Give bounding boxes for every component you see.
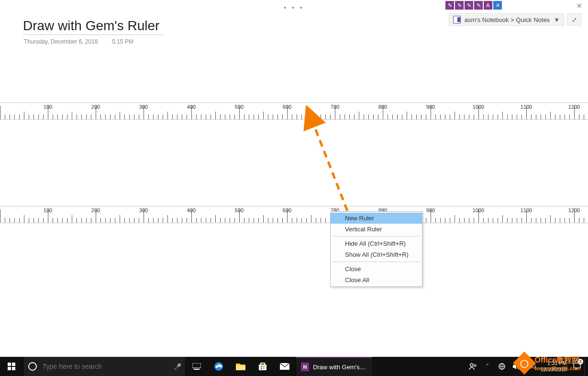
ruler-label: 500 <box>235 104 244 110</box>
drag-handle-dots[interactable]: • • • <box>284 4 304 11</box>
page-date: Thursday, December 6, 2018 <box>24 38 98 45</box>
menu-separator <box>333 262 420 262</box>
quick-tool-icons: ✎ ✎ ✎ ✎ A ✕ <box>445 1 502 10</box>
ruler-label: 600 <box>283 207 291 213</box>
fullscreen-button[interactable]: ⤢ <box>567 13 581 26</box>
ruler-context-menu: New RulerVertical RulerHide All (Ctrl+Sh… <box>330 211 422 287</box>
menu-separator <box>333 236 420 237</box>
menu-item[interactable]: Vertical Ruler <box>331 224 422 235</box>
svg-rect-9 <box>259 365 266 370</box>
action-center-button[interactable]: 3 <box>570 357 584 376</box>
ruler-label: 400 <box>187 104 196 110</box>
pen-icon[interactable]: ✎ <box>445 1 454 10</box>
svg-rect-10 <box>261 366 262 367</box>
menu-item[interactable]: Show All (Ctrl+Shift+R) <box>331 249 422 260</box>
mic-icon[interactable]: 🎤 <box>174 363 180 370</box>
clock-date: 12/23/2018 <box>541 366 567 373</box>
ruler-label: 500 <box>235 207 244 213</box>
close-icon[interactable]: ✕ <box>577 2 582 10</box>
mail-icon <box>280 363 289 370</box>
store-button[interactable] <box>252 357 274 376</box>
speaker-icon <box>512 363 520 370</box>
ruler-label: 1200 <box>568 104 580 110</box>
taskbar-search[interactable]: 🎤 <box>23 357 186 376</box>
people-button[interactable] <box>466 357 480 376</box>
ruler-label: 1100 <box>521 104 532 110</box>
ruler-label: 100 <box>44 104 52 110</box>
menu-item[interactable]: Close All <box>331 274 422 285</box>
network-icon[interactable] <box>495 357 509 376</box>
chevron-down-icon: ▼ <box>554 16 560 23</box>
annotation-arrow <box>0 0 588 376</box>
svg-rect-5 <box>192 363 201 368</box>
ruler-label: 1000 <box>473 207 484 213</box>
ruler-label: 900 <box>426 207 435 213</box>
search-input[interactable] <box>42 362 169 371</box>
pen-icon[interactable]: ✎ <box>455 1 464 10</box>
pen-icon[interactable]: ✎ <box>474 1 483 10</box>
ime-icon[interactable]: ENG <box>523 357 538 376</box>
start-button[interactable] <box>0 357 23 376</box>
svg-rect-13 <box>263 368 265 369</box>
svg-rect-6 <box>194 369 200 370</box>
volume-icon[interactable] <box>509 357 523 376</box>
ruler-label: 300 <box>139 207 148 213</box>
autoink-icon[interactable]: A <box>484 1 492 10</box>
expand-icon: ⤢ <box>572 16 577 23</box>
ruler-label: 300 <box>139 104 148 110</box>
ruler-label: 100 <box>44 207 52 213</box>
ruler-horizontal-bottom[interactable]: 100200300400500600700800900100011001200 <box>0 206 588 223</box>
taskview-icon <box>192 363 201 370</box>
menu-item[interactable]: Hide All (Ctrl+Shift+R) <box>331 238 422 249</box>
onenote-taskbar-label: Draw with Gem's R... <box>313 364 367 371</box>
notebook-icon <box>453 16 461 23</box>
ruler-label: 700 <box>331 104 339 110</box>
taskbar-clock[interactable]: 1:31 PM 12/23/2018 <box>538 360 570 373</box>
close-pane-icon[interactable]: ✕ <box>493 1 502 10</box>
menu-item[interactable]: Close <box>331 263 422 274</box>
windows-icon <box>8 363 15 370</box>
svg-point-16 <box>474 365 476 366</box>
tray-overflow-button[interactable]: ˆ <box>480 357 495 376</box>
ruler-label: 900 <box>426 104 435 110</box>
ruler-label: 1000 <box>473 104 484 110</box>
page-time: 5:15 PM <box>112 38 133 45</box>
mail-button[interactable] <box>274 357 296 376</box>
ruler-label: 1100 <box>521 207 532 213</box>
earth-icon <box>498 363 506 370</box>
svg-rect-8 <box>236 365 245 370</box>
taskbar-pinned: N Draw with Gem's R... <box>186 357 372 376</box>
onenote-taskbar-item[interactable]: N Draw with Gem's R... <box>296 357 372 376</box>
ruler-label: 1200 <box>568 207 580 213</box>
notebook-dropdown[interactable]: asm's Notebook > Quick Notes ▼ <box>449 13 564 26</box>
ruler-label: 400 <box>187 207 196 213</box>
folder-icon <box>236 363 245 370</box>
clock-time: 1:31 PM <box>541 360 567 366</box>
notebook-label: asm's Notebook > Quick Notes <box>465 16 550 23</box>
store-icon <box>258 362 267 371</box>
page-title[interactable]: Draw with Gem's Ruler <box>23 18 163 35</box>
show-desktop-button[interactable] <box>584 357 588 376</box>
svg-rect-11 <box>263 366 265 367</box>
ruler-label: 800 <box>378 104 387 110</box>
pen-icon[interactable]: ✎ <box>465 1 473 10</box>
taskbar: 🎤 <box>0 357 588 376</box>
svg-line-0 <box>313 123 347 211</box>
cortana-icon <box>28 362 37 371</box>
ruler-label: 600 <box>283 104 291 110</box>
people-icon <box>469 363 477 370</box>
svg-point-15 <box>470 364 473 366</box>
explorer-button[interactable] <box>230 357 252 376</box>
system-tray: ˆ ENG 1:31 PM 12/23/2018 3 <box>466 357 588 376</box>
edge-icon <box>214 362 223 371</box>
svg-rect-4 <box>12 367 15 370</box>
notification-badge: 3 <box>577 359 583 365</box>
ruler-horizontal-top[interactable]: 100200300400500600700800900100011001200 <box>0 103 588 120</box>
onenote-icon: N <box>301 363 309 371</box>
ruler-label: 200 <box>91 207 100 213</box>
menu-item[interactable]: New Ruler <box>331 213 422 224</box>
ruler-label: 200 <box>91 104 100 110</box>
taskview-button[interactable] <box>186 357 208 376</box>
edge-button[interactable] <box>208 357 230 376</box>
svg-rect-1 <box>8 363 11 366</box>
